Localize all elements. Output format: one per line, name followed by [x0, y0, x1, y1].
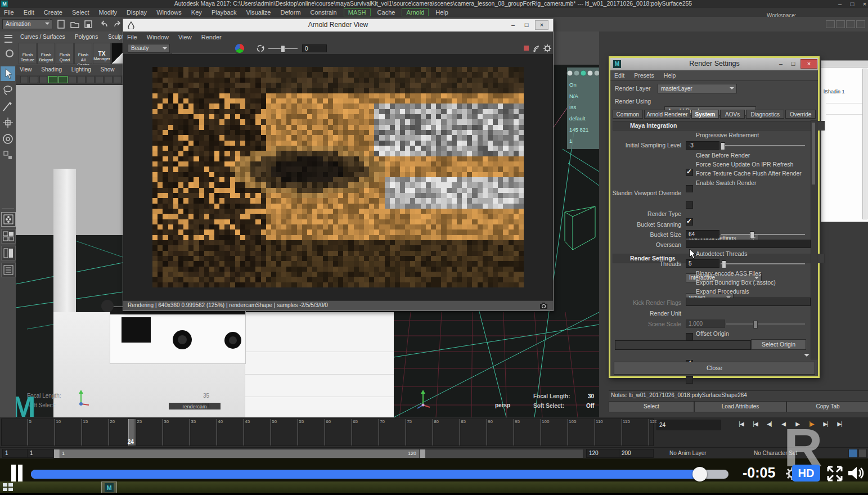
- arnold-menu-view[interactable]: View: [174, 32, 196, 43]
- volume-icon[interactable]: [846, 464, 865, 483]
- panel-icon-6[interactable]: [69, 76, 77, 83]
- initial-sampling-level-field[interactable]: -3: [686, 141, 719, 150]
- scene-scale-field[interactable]: 1.000: [686, 320, 725, 328]
- export-bounding-box-checkbox[interactable]: [686, 376, 693, 384]
- sidebar-toggle-icon-2[interactable]: [836, 20, 845, 28]
- select-origin-button[interactable]: Select Origin: [751, 339, 806, 350]
- sidebar-toggle-icon-4[interactable]: [856, 20, 865, 28]
- pause-button[interactable]: [10, 465, 24, 482]
- threads-field[interactable]: 5: [686, 259, 719, 268]
- exposure-slider-handle[interactable]: [281, 45, 285, 53]
- shelf-button-flush-quad[interactable]: FlushQuad: [56, 43, 74, 64]
- shelf-tab-curves-surfaces[interactable]: Curves / Surfaces: [20, 34, 65, 40]
- threads-slider[interactable]: [721, 263, 805, 264]
- shelf-button-flush-bckgnd[interactable]: FlushBckgnd: [37, 43, 55, 64]
- shelf-tab-polygons[interactable]: Polygons: [75, 34, 98, 40]
- menu-key[interactable]: Key: [187, 8, 206, 17]
- shelf-button-flush-all-cache[interactable]: FlushAll Cache: [74, 43, 92, 64]
- shelf-button-tx-manager[interactable]: TXManager: [93, 43, 111, 64]
- range-slider-inner[interactable]: 1 120: [54, 449, 425, 458]
- select-button[interactable]: Select: [609, 401, 694, 412]
- menu-display[interactable]: Display: [123, 8, 151, 17]
- current-frame-field[interactable]: 24: [656, 420, 721, 430]
- arnold-close-button[interactable]: ×: [535, 20, 548, 30]
- panel-icon-8[interactable]: [87, 76, 95, 83]
- step-back-frame-button[interactable]: |◀: [748, 419, 762, 429]
- bucket-size-field[interactable]: 64: [686, 230, 719, 238]
- menu-create[interactable]: Create: [40, 8, 66, 17]
- menu-file[interactable]: File: [0, 8, 18, 17]
- menu-visualize[interactable]: Visualize: [242, 8, 275, 17]
- undo-icon[interactable]: [99, 19, 109, 29]
- panel-isolate-icon[interactable]: [48, 76, 57, 83]
- range-slider[interactable]: 1 120: [53, 449, 583, 458]
- lasso-tool[interactable]: [1, 83, 15, 97]
- anim-layer-status[interactable]: No Anim Layer: [669, 450, 707, 456]
- panel-icon-10[interactable]: [105, 76, 113, 83]
- refresh-render-icon[interactable]: [256, 44, 265, 53]
- menu-playback[interactable]: Playback: [208, 8, 241, 17]
- load-attributes-button[interactable]: Load Attributes: [694, 401, 786, 412]
- panel-icon-1[interactable]: [20, 76, 28, 83]
- panel-icon-9[interactable]: [96, 76, 104, 83]
- time-ruler[interactable]: 5101520253035404550556065707580859095100…: [1, 418, 654, 446]
- rs-menu-edit[interactable]: Edit: [610, 70, 628, 80]
- menu-help[interactable]: Help: [431, 8, 452, 17]
- rs-close-button[interactable]: ×: [800, 59, 817, 69]
- origin-field[interactable]: [615, 340, 751, 350]
- arnold-maximize-button[interactable]: □: [520, 21, 533, 29]
- section-maya-integration[interactable]: Maya Integration: [613, 121, 825, 130]
- display-channels-icon[interactable]: [235, 43, 245, 53]
- character-set-icon[interactable]: [848, 449, 858, 458]
- content-scroll-down-icon[interactable]: [804, 354, 809, 359]
- tab-system[interactable]: System: [691, 110, 719, 119]
- layout-single-pane-button[interactable]: [1, 212, 16, 227]
- tab-override[interactable]: Override: [785, 110, 816, 119]
- bucket-size-handle[interactable]: [750, 231, 754, 239]
- exposure-value-field[interactable]: 0: [302, 44, 327, 52]
- panel-camera-icon[interactable]: [29, 76, 38, 83]
- animation-end-field[interactable]: 200: [619, 449, 654, 458]
- rs-scrollbar-thumb[interactable]: [812, 123, 815, 184]
- playback-start-field[interactable]: 1: [27, 449, 54, 458]
- shelf-button-flush-texture[interactable]: FlushTexture: [19, 43, 37, 64]
- rotate-tool[interactable]: [1, 132, 15, 146]
- paint-select-tool[interactable]: [1, 99, 15, 114]
- menu-select[interactable]: Select: [68, 8, 93, 17]
- aov-dropdown[interactable]: Beauty: [128, 44, 170, 53]
- menu-constrain[interactable]: Constrain: [307, 8, 341, 17]
- sidebar-toggle-icon-1[interactable]: [826, 20, 835, 28]
- menu-modify[interactable]: Modify: [95, 8, 121, 17]
- panel-menu-view[interactable]: View: [16, 65, 36, 75]
- menu-edit[interactable]: Edit: [20, 8, 38, 17]
- arnold-minimize-button[interactable]: –: [507, 21, 519, 29]
- shelf-gear-icon[interactable]: [6, 50, 14, 57]
- layout-outliner-button[interactable]: [1, 263, 16, 277]
- select-tool[interactable]: [1, 66, 15, 81]
- ipr-icon[interactable]: [532, 44, 541, 53]
- panel-menu-show[interactable]: Show: [97, 65, 119, 75]
- maximize-button[interactable]: □: [846, 0, 858, 8]
- force-texture-flush-checkbox[interactable]: [686, 201, 693, 209]
- scale-tool[interactable]: [1, 148, 15, 163]
- copy-tab-button[interactable]: Copy Tab: [786, 401, 868, 412]
- tab-common[interactable]: Common: [613, 110, 643, 119]
- render-image-area[interactable]: [123, 54, 553, 300]
- close-button[interactable]: ×: [858, 0, 868, 8]
- panel-xray-icon[interactable]: [59, 76, 68, 83]
- arnold-menu-file[interactable]: File: [123, 32, 141, 43]
- layout-two-pane-button[interactable]: [1, 229, 16, 244]
- panel-icon-7[interactable]: [78, 76, 86, 83]
- scene-scale-handle[interactable]: [753, 321, 758, 328]
- hd-badge[interactable]: HD: [792, 465, 820, 482]
- save-scene-icon[interactable]: [83, 19, 93, 29]
- force-scene-update-checkbox[interactable]: [686, 185, 693, 192]
- rs-menu-help[interactable]: Help: [660, 70, 680, 80]
- kick-render-flags-field[interactable]: [686, 298, 811, 306]
- range-handle-left[interactable]: [54, 449, 60, 458]
- previous-key-button[interactable]: ◀|: [762, 419, 776, 429]
- tab-aovs[interactable]: AOVs: [720, 110, 745, 119]
- shelf-menu-icon[interactable]: [5, 35, 12, 43]
- snapshot-camera-icon[interactable]: [539, 302, 548, 309]
- initial-sampling-level-slider[interactable]: [721, 145, 805, 146]
